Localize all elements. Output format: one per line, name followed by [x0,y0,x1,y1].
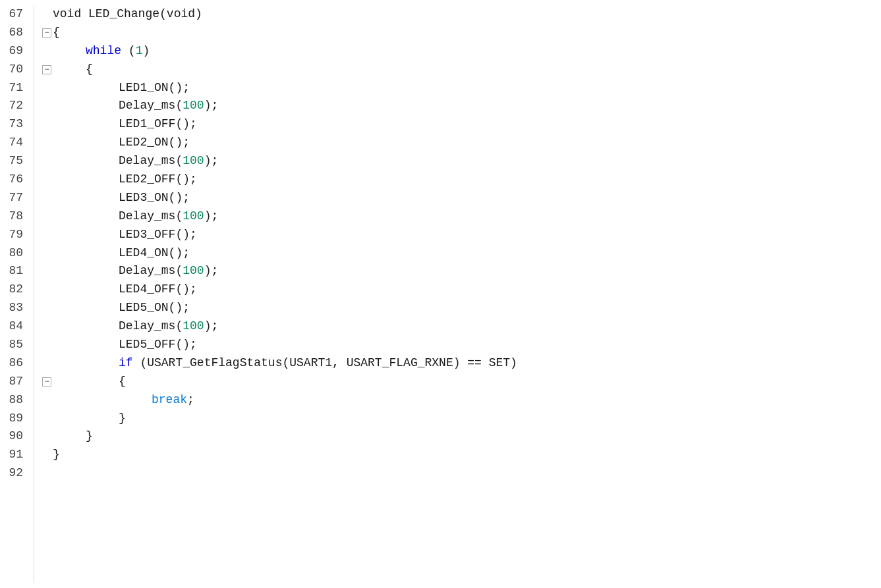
code-token: 100 [183,152,204,171]
line-number: 78 [0,207,28,226]
code-line: LED5_ON(); [42,299,881,317]
code-token: ); [204,262,219,281]
code-token: ); [204,317,219,336]
code-token: 100 [183,262,204,281]
line-number: 80 [0,244,28,263]
code-line: } [42,427,881,446]
line-number: 79 [0,226,28,244]
code-token: 100 [183,97,204,115]
code-token: } [53,446,60,464]
line-number: 82 [0,281,28,299]
code-token: Delay_ms( [119,317,183,336]
code-line: LED2_OFF(); [42,171,881,189]
line-number: 75 [0,152,28,171]
code-token: 100 [183,317,204,336]
line-number: 68 [0,24,28,42]
code-line: LED3_OFF(); [42,226,881,244]
code-token: { [53,24,60,42]
code-line: −{ [42,373,881,391]
code-line: LED1_OFF(); [42,115,881,134]
line-number: 88 [0,391,28,410]
line-number: 67 [0,5,28,24]
line-number-gutter: 6768697071727374757677787980818283848586… [0,5,34,583]
code-line: void LED_Change(void) [42,5,881,24]
code-line: if (USART_GetFlagStatus(USART1, USART_FL… [42,354,881,373]
code-line: Delay_ms(100); [42,262,881,281]
line-number: 74 [0,134,28,152]
code-token: LED4_ON(); [119,244,190,263]
code-line: Delay_ms(100); [42,152,881,171]
line-number: 87 [0,373,28,391]
code-token: ); [204,207,219,226]
code-token: { [119,373,126,391]
code-line: LED4_ON(); [42,244,881,263]
code-token: ( [121,42,136,61]
line-number: 71 [0,79,28,97]
line-number: 83 [0,299,28,317]
code-token: LED3_ON(); [119,189,190,207]
code-token: { [86,61,93,79]
fold-icon[interactable]: − [42,28,51,38]
line-number: 76 [0,171,28,189]
code-line: Delay_ms(100); [42,207,881,226]
code-line: LED2_ON(); [42,134,881,152]
code-token: ); [204,152,219,171]
line-number: 77 [0,189,28,207]
code-line: break; [42,391,881,410]
code-token: ); [204,97,219,115]
line-number: 70 [0,61,28,79]
code-line: LED5_OFF(); [42,336,881,354]
code-line: LED3_ON(); [42,189,881,207]
code-line: −{ [42,61,881,79]
fold-icon[interactable]: − [42,377,51,387]
code-line: Delay_ms(100); [42,97,881,115]
code-token: LED1_ON(); [119,79,190,97]
code-token: LED2_ON(); [119,134,190,152]
code-line: while (1) [42,42,881,61]
line-number: 85 [0,336,28,354]
code-token: } [119,410,126,428]
code-token: LED3_OFF(); [119,226,197,244]
code-token: Delay_ms( [119,152,183,171]
line-number: 90 [0,427,28,446]
code-token: LED5_ON(); [119,299,190,317]
line-number: 73 [0,115,28,134]
line-number: 72 [0,97,28,115]
code-token: Delay_ms( [119,262,183,281]
code-token: LED2_OFF(); [119,171,197,189]
code-content-area: void LED_Change(void)−{while (1)−{LED1_O… [34,5,881,583]
code-token: while [86,42,121,61]
code-token: LED4_OFF(); [119,281,197,299]
code-token: break [152,391,187,410]
code-token: ; [187,391,194,410]
line-number: 86 [0,354,28,373]
line-number: 92 [0,464,28,483]
code-token: Delay_ms( [119,207,183,226]
code-line: LED4_OFF(); [42,281,881,299]
code-line: −{ [42,24,881,42]
code-token: 1 [136,42,143,61]
fold-icon[interactable]: − [42,65,51,74]
line-number: 89 [0,410,28,428]
code-token: void LED_Change(void) [53,5,202,24]
code-line: } [42,410,881,428]
code-line [42,464,881,483]
code-editor: 6768697071727374757677787980818283848586… [0,0,881,588]
code-token: if [119,354,133,373]
line-number: 81 [0,262,28,281]
code-token: LED1_OFF(); [119,115,197,134]
code-token: Delay_ms( [119,97,183,115]
code-token: } [86,427,93,446]
code-line: LED1_ON(); [42,79,881,97]
code-token: 100 [183,207,204,226]
code-token: LED5_OFF(); [119,336,197,354]
line-number: 91 [0,446,28,464]
line-number: 84 [0,317,28,336]
code-token: (USART_GetFlagStatus(USART1, USART_FLAG_… [133,354,517,373]
code-line: } [42,446,881,464]
code-line: Delay_ms(100); [42,317,881,336]
line-number: 69 [0,42,28,61]
code-token: ) [142,42,150,61]
